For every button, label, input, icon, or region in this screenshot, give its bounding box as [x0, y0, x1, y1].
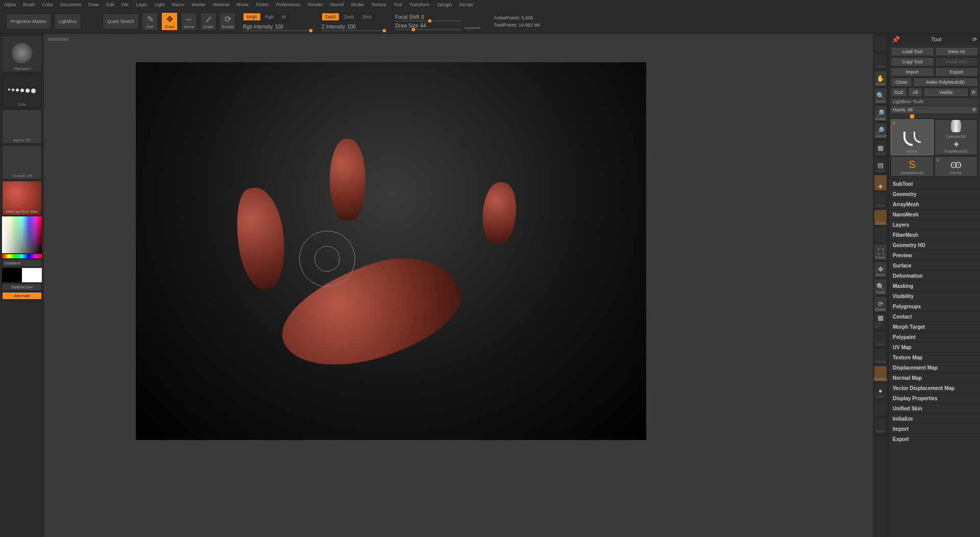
accordion-polygroups[interactable]: Polygroups: [889, 301, 980, 311]
rgb-toggle[interactable]: Rgb: [262, 13, 278, 21]
clone-button[interactable]: Clone: [891, 78, 912, 87]
switchcolor-button[interactable]: SwitchColor: [2, 283, 42, 291]
menu-item[interactable]: Document: [60, 2, 81, 7]
lightbox-button[interactable]: LightBox: [54, 13, 81, 30]
spix-button[interactable]: SPix: [874, 53, 887, 69]
transp-button[interactable]: Transp: [874, 348, 887, 364]
solo-button[interactable]: ●Solo: [874, 383, 887, 399]
zsub-toggle[interactable]: Zsub: [340, 13, 358, 21]
accordion-uv-map[interactable]: UV Map: [889, 342, 980, 352]
save-as-button[interactable]: Save As: [935, 47, 978, 56]
accordion-export[interactable]: Export: [889, 434, 980, 444]
dynamic-button[interactable]: Dynamic: [874, 365, 887, 382]
zoom2-button[interactable]: Zoom: [874, 418, 887, 434]
material-selector[interactable]: MatCap Red Wax: [2, 181, 42, 215]
tool-thumb-horns2[interactable]: 4 Ꙭ Horns: [935, 156, 977, 177]
tool-thumb-simplebrush[interactable]: S SimpleBrush: [891, 156, 934, 177]
gradient-toggle[interactable]: Gradient: [2, 259, 42, 267]
focal-shift-slider[interactable]: [395, 20, 461, 21]
move-mode-button[interactable]: ↔Move: [181, 12, 197, 31]
texture-selector[interactable]: Texture Off: [2, 145, 42, 180]
m-toggle[interactable]: M: [278, 13, 289, 21]
menu-item[interactable]: Transform: [409, 2, 430, 7]
accordion-nanomesh[interactable]: NanoMesh: [889, 209, 980, 219]
accordion-vector-displacement-map[interactable]: Vector Displacement Map: [889, 383, 980, 393]
mrgb-toggle[interactable]: Mrgb: [243, 13, 261, 21]
lightbox-tools-link[interactable]: Lightbox› Tools: [891, 98, 978, 105]
accordion-deformation[interactable]: Deformation: [889, 271, 980, 281]
accordion-unified-skin[interactable]: Unified Skin: [889, 403, 980, 413]
persp-button[interactable]: ▦Persp: [874, 140, 887, 156]
rgb-intensity-slider[interactable]: [243, 30, 309, 31]
frame-button[interactable]: ⛶Frame: [874, 244, 887, 260]
accordion-fibermesh[interactable]: FiberMesh: [889, 230, 980, 240]
goz-button[interactable]: GoZ: [891, 88, 907, 97]
horizontal-scrollbar[interactable]: [48, 38, 68, 41]
scroll-button[interactable]: ✋Scroll: [874, 70, 887, 87]
localsym-button[interactable]: ◈: [874, 175, 887, 191]
zcut-toggle[interactable]: Zcut: [359, 13, 375, 21]
copy-tool-button[interactable]: Copy Tool: [891, 57, 934, 66]
menu-item[interactable]: Alpha: [4, 2, 16, 7]
accordion-visibility[interactable]: Visibility: [889, 291, 980, 301]
menu-item[interactable]: Edit: [106, 2, 114, 7]
menu-item[interactable]: Zscript: [459, 2, 473, 7]
accordion-displacement-map[interactable]: Displacement Map: [889, 362, 980, 373]
scale-mode-button[interactable]: ⤢Scale: [200, 12, 216, 31]
pin-icon[interactable]: 📌: [892, 36, 900, 43]
projection-master-button[interactable]: Projection Master: [6, 13, 51, 30]
accordion-layers[interactable]: Layers: [889, 219, 980, 230]
menu-item[interactable]: Movie: [236, 2, 249, 7]
accordion-normal-map[interactable]: Normal Map: [889, 373, 980, 383]
accordion-initialize[interactable]: Initialize: [889, 413, 980, 424]
paste-tool-button[interactable]: Paste Tool: [935, 57, 978, 66]
menu-item[interactable]: Macro: [172, 2, 184, 7]
quicksketch-button[interactable]: Quick Sketch: [103, 13, 139, 30]
accordion-subtool[interactable]: SubTool: [889, 179, 980, 189]
dynamic-label[interactable]: Dynamic: [464, 26, 480, 30]
tool-slider[interactable]: [891, 115, 978, 117]
accordion-texture-map[interactable]: Texture Map: [889, 352, 980, 362]
accordion-display-properties[interactable]: Display Properties: [889, 393, 980, 403]
aahalf-button[interactable]: 🔎AAHalf: [874, 123, 887, 139]
lsym-button[interactable]: LSym: [874, 192, 887, 208]
refresh-icon[interactable]: ⟳: [972, 36, 977, 43]
menu-item[interactable]: Marker: [191, 2, 206, 7]
menu-item[interactable]: Stencil: [330, 2, 344, 7]
nav-rotate-button[interactable]: ⟳Rotate: [874, 296, 887, 312]
nav-scale-button[interactable]: 🔍Scale: [874, 279, 887, 295]
white-swatch[interactable]: [22, 268, 42, 282]
goz-visible-button[interactable]: Visible: [923, 88, 969, 97]
accordion-geometry[interactable]: Geometry: [889, 189, 980, 199]
linefill-button[interactable]: ▦Line Fill: [874, 313, 887, 330]
accordion-contact[interactable]: Contact: [889, 311, 980, 322]
zadd-toggle[interactable]: Zadd: [322, 13, 339, 21]
goz-r-button[interactable]: R: [970, 88, 978, 97]
edit-mode-button[interactable]: ✎Edit: [142, 12, 158, 31]
nav-move-button[interactable]: ✥Move: [874, 261, 887, 278]
menu-item[interactable]: Preferences: [276, 2, 301, 7]
accordion-surface[interactable]: Surface: [889, 260, 980, 271]
z-intensity-slider[interactable]: [322, 30, 383, 31]
accordion-import[interactable]: Import: [889, 424, 980, 434]
floor-button[interactable]: ▤Floor: [874, 157, 887, 174]
menu-item[interactable]: File: [121, 2, 129, 7]
actual-button[interactable]: 🔎Actual: [874, 105, 887, 121]
xpose-button[interactable]: xPose: [874, 209, 887, 226]
tool-r-label[interactable]: R: [973, 107, 976, 112]
zoom-button[interactable]: 🔍Zoom: [874, 88, 887, 104]
menu-item[interactable]: Texture: [371, 2, 386, 7]
accordion-masking[interactable]: Masking: [889, 281, 980, 291]
draw-size-slider[interactable]: [395, 29, 461, 30]
make-polymesh3d-button[interactable]: Make PolyMesh3D: [913, 78, 978, 87]
tool-thumb-horns[interactable]: 4 Horns: [891, 119, 934, 155]
menu-item[interactable]: Layer: [136, 2, 148, 7]
menu-item[interactable]: Picker: [256, 2, 268, 7]
load-tool-button[interactable]: Load Tool: [891, 47, 934, 56]
import-button[interactable]: Import: [891, 67, 934, 77]
rotate-mode-button[interactable]: ⟳Rotate: [219, 12, 236, 31]
menu-item[interactable]: Brush: [23, 2, 35, 7]
polyf-button[interactable]: PolyF: [874, 331, 887, 347]
menu-item[interactable]: Zplugin: [437, 2, 452, 7]
secondary-colors[interactable]: [2, 268, 42, 282]
